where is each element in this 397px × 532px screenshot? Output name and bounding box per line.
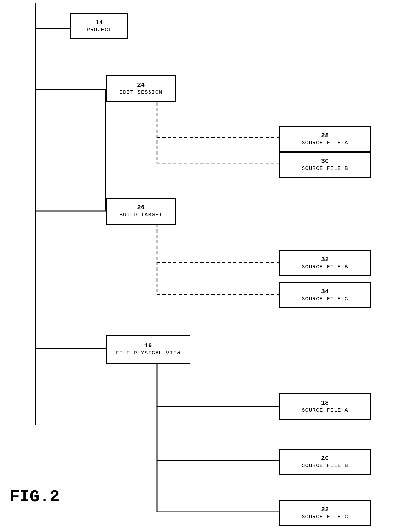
node-28-label: SOURCE FILE A [302, 139, 348, 147]
node-source-file-c-34: 34 SOURCE FILE C [279, 282, 371, 308]
node-28-id: 28 [321, 132, 329, 139]
node-edit-session: 24 EDIT SESSION [106, 75, 176, 102]
node-18-label: SOURCE FILE A [302, 407, 348, 414]
node-32-id: 32 [321, 256, 329, 264]
node-source-file-a-18: 18 SOURCE FILE A [279, 393, 371, 420]
figure-label: FIG.2 [10, 488, 60, 506]
node-30-label: SOURCE FILE B [302, 165, 348, 172]
node-22-label: SOURCE FILE C [302, 513, 348, 520]
node-30-id: 30 [321, 157, 329, 165]
node-edit-session-label: EDIT SESSION [119, 89, 162, 96]
node-34-id: 34 [321, 288, 329, 296]
node-source-file-b-20: 20 SOURCE FILE B [279, 449, 371, 475]
node-edit-session-id: 24 [137, 81, 145, 89]
diagram: 14 PROJECT 24 EDIT SESSION 28 SOURCE FIL… [0, 0, 397, 532]
node-20-id: 20 [321, 455, 329, 462]
node-file-physical-view: 16 FILE PHYSICAL VIEW [106, 335, 190, 364]
node-18-id: 18 [321, 399, 329, 407]
node-34-label: SOURCE FILE C [302, 296, 348, 303]
node-project-label: PROJECT [87, 27, 112, 34]
node-source-file-b-30: 30 SOURCE FILE B [279, 152, 371, 178]
node-build-target-label: BUILD TARGET [119, 211, 162, 218]
node-project-id: 14 [95, 19, 103, 27]
node-20-label: SOURCE FILE B [302, 462, 348, 469]
node-16-id: 16 [144, 342, 152, 350]
node-project: 14 PROJECT [70, 13, 128, 39]
node-build-target-id: 26 [137, 204, 145, 211]
node-16-label: FILE PHYSICAL VIEW [116, 350, 181, 357]
node-32-label: SOURCE FILE B [302, 264, 348, 271]
node-22-id: 22 [321, 506, 329, 513]
node-source-file-a-28: 28 SOURCE FILE A [279, 126, 371, 152]
node-source-file-c-22: 22 SOURCE FILE C [279, 500, 371, 526]
node-source-file-b-32: 32 SOURCE FILE B [279, 250, 371, 276]
node-build-target: 26 BUILD TARGET [106, 198, 176, 225]
